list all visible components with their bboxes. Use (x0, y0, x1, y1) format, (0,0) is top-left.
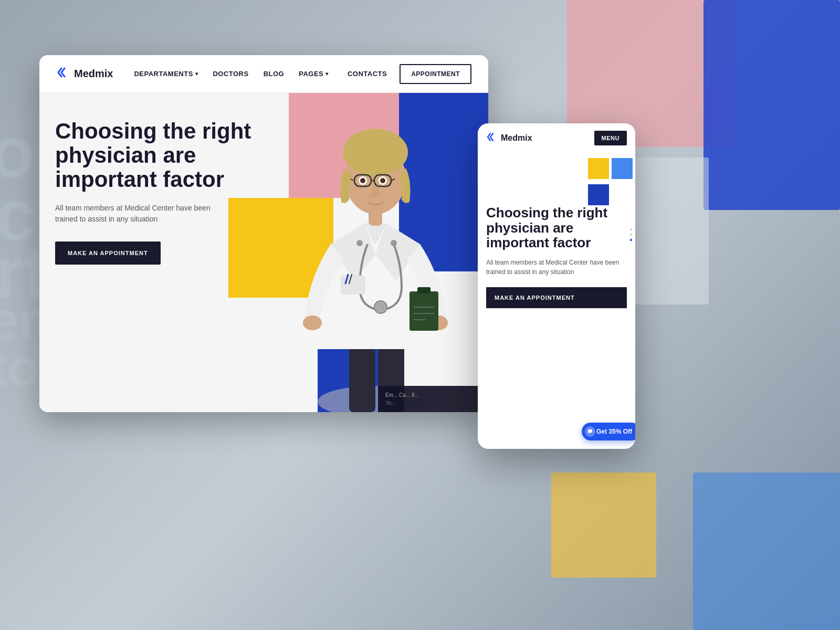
svg-point-7 (343, 129, 408, 176)
svg-point-18 (356, 240, 363, 246)
bg-yellow-block (551, 472, 656, 578)
mobile-hero: Choosing the right physician are importa… (478, 153, 635, 317)
desktop-mockup: Medmix DEPARTAMENTS DOCTORS BLOG PAGES C… (39, 55, 488, 412)
bg-blue-block (704, 0, 840, 210)
desktop-logo-icon (56, 67, 69, 81)
svg-point-14 (360, 178, 365, 183)
nav-pages[interactable]: PAGES (299, 70, 329, 78)
mobile-blue-dark-square (588, 184, 609, 205)
discount-button[interactable]: Get 35% Off (582, 423, 635, 440)
bg-lightblue-block (693, 472, 840, 630)
svg-point-19 (391, 240, 397, 246)
svg-point-3 (303, 316, 322, 330)
desktop-logo[interactable]: Medmix (56, 67, 113, 81)
desktop-logo-text: Medmix (74, 68, 113, 80)
card-label: Em... Ca... 8... (385, 392, 481, 398)
svg-rect-25 (341, 276, 365, 294)
desktop-hero-title: Choosing the right physician are importa… (55, 119, 255, 192)
mobile-logo[interactable]: Medmix (486, 133, 594, 144)
svg-point-16 (380, 178, 385, 183)
card-sub: Yo... (385, 400, 481, 406)
scroll-dot-3 (629, 238, 633, 242)
chat-icon (585, 426, 595, 437)
mobile-nav: Medmix MENU (478, 123, 635, 153)
svg-rect-20 (410, 291, 438, 331)
mobile-blue-light-square (612, 158, 633, 179)
mobile-mockup: Medmix MENU Choosing the right physician… (478, 123, 635, 449)
mobile-cta-button[interactable]: MAKE AN APPOINTMENT (486, 287, 627, 308)
desktop-hero-content: Choosing the right physician are importa… (55, 119, 255, 265)
scroll-dot-1 (630, 228, 632, 230)
scroll-indicators (630, 228, 632, 241)
desktop-cta-button[interactable]: MAKE AN APPOINTMENT (55, 242, 161, 265)
desktop-hero-description: All team members at Medical Center have … (55, 203, 213, 225)
discount-label: Get 35% Off (596, 428, 632, 435)
mobile-logo-icon (486, 133, 497, 144)
mobile-hero-description: All team members at Medical Center have … (486, 258, 627, 277)
appointment-button[interactable]: APPOINTMENT (400, 64, 471, 84)
mobile-hero-title: Choosing the right physician are importa… (486, 205, 627, 250)
desktop-nav-links: DEPARTAMENTS DOCTORS BLOG PAGES (134, 70, 347, 78)
svg-rect-1 (349, 339, 375, 412)
svg-point-17 (374, 301, 387, 313)
desktop-bottom-card: Em... Ca... 8... Yo... (378, 386, 488, 412)
desktop-nav: Medmix DEPARTAMENTS DOCTORS BLOG PAGES C… (39, 55, 488, 93)
bg-white-block (625, 158, 709, 304)
mobile-logo-text: Medmix (501, 133, 532, 143)
scroll-dot-2 (630, 234, 632, 236)
nav-doctors[interactable]: DOCTORS (213, 70, 248, 78)
doctor-image (262, 97, 488, 412)
svg-rect-21 (417, 287, 430, 293)
mobile-yellow-square (588, 158, 609, 179)
nav-departaments[interactable]: DEPARTAMENTS (134, 70, 198, 78)
nav-blog[interactable]: BLOG (264, 70, 285, 78)
nav-contacts[interactable]: CONTACTS (348, 70, 387, 78)
mobile-menu-button[interactable]: MENU (594, 131, 627, 145)
desktop-nav-right: CONTACTS APPOINTMENT (348, 64, 471, 84)
desktop-hero: Choosing the right physician are importa… (39, 93, 488, 412)
